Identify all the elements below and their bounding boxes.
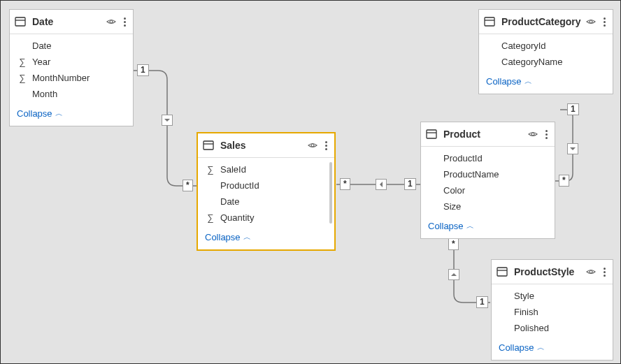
visibility-icon[interactable]	[307, 140, 318, 151]
svg-point-2	[110, 20, 113, 23]
filter-direction-icon	[567, 143, 578, 154]
cardinality-label: 1	[137, 64, 149, 76]
collapse-button[interactable]: Collapse ︿	[479, 72, 613, 94]
more-options-icon[interactable]	[543, 130, 550, 139]
sigma-icon: ∑	[205, 212, 216, 223]
table-icon	[14, 15, 27, 28]
field-name: SaleId	[220, 164, 327, 175]
svg-point-5	[311, 144, 314, 147]
field-row[interactable]: ProductName	[424, 168, 552, 180]
table-card-product[interactable]: Product ProductId ProductName Color Size…	[420, 122, 555, 239]
chevron-up-icon: ︿	[466, 221, 474, 231]
table-card-productcategory[interactable]: ProductCategory CategoryId CategoryName …	[478, 9, 613, 94]
field-name: Style	[514, 291, 606, 301]
field-row[interactable]: Polished	[494, 322, 610, 334]
collapse-button[interactable]: Collapse ︿	[198, 228, 334, 249]
table-icon	[483, 15, 496, 28]
field-name: Size	[443, 201, 548, 212]
field-row[interactable]: Style	[494, 290, 610, 302]
table-icon	[202, 139, 215, 152]
svg-point-11	[590, 20, 592, 23]
field-name: Color	[443, 185, 548, 196]
visibility-icon[interactable]	[585, 16, 597, 27]
table-title: ProductCategory	[500, 16, 581, 27]
svg-rect-6	[427, 130, 436, 138]
sigma-icon: ∑	[17, 73, 28, 83]
field-row[interactable]: CategoryId	[482, 40, 610, 52]
field-list: Style Finish Polished	[492, 284, 613, 338]
field-name: CategoryName	[501, 57, 606, 67]
scrollbar[interactable]	[329, 162, 332, 224]
table-title: Sales	[219, 140, 303, 151]
svg-rect-12	[497, 268, 507, 276]
table-card-sales[interactable]: Sales ∑SaleId ProductId Date ∑Quantity C…	[197, 132, 336, 251]
field-row[interactable]: Month	[13, 88, 130, 100]
more-options-icon[interactable]	[601, 268, 608, 277]
field-row[interactable]: ProductId	[201, 180, 331, 191]
model-diagram-canvas[interactable]: 1 * * 1 * 1 * 1 Date Date ∑Year ∑MonthN	[0, 0, 621, 364]
field-row[interactable]: ProductId	[424, 152, 552, 164]
field-row[interactable]: Finish	[494, 306, 610, 318]
field-row[interactable]: ∑Quantity	[201, 212, 331, 224]
field-name: Date	[32, 41, 126, 51]
visibility-icon[interactable]	[585, 266, 597, 277]
field-row[interactable]: ∑SaleId	[201, 163, 331, 175]
field-row[interactable]: Date	[13, 40, 130, 52]
more-options-icon[interactable]	[121, 17, 129, 27]
more-options-icon[interactable]	[322, 141, 330, 150]
field-row[interactable]: ∑MonthNumber	[13, 72, 130, 84]
field-name: ProductId	[220, 180, 327, 191]
filter-direction-icon	[376, 179, 387, 190]
field-list: Date ∑Year ∑MonthNumber Month	[10, 34, 133, 104]
collapse-button[interactable]: Collapse ︿	[10, 104, 133, 126]
cardinality-label: 1	[404, 178, 416, 190]
sigma-icon: ∑	[17, 57, 28, 67]
table-header[interactable]: ProductStyle	[492, 260, 613, 284]
chevron-up-icon: ︿	[524, 76, 532, 87]
cardinality-label: *	[559, 175, 569, 187]
filter-direction-icon	[162, 115, 173, 126]
visibility-icon[interactable]	[106, 16, 117, 27]
field-name: Year	[32, 57, 126, 67]
field-row[interactable]: CategoryName	[482, 56, 610, 68]
table-card-date[interactable]: Date Date ∑Year ∑MonthNumber Month Colla…	[9, 9, 134, 126]
field-row[interactable]: Date	[201, 196, 331, 208]
collapse-label: Collapse	[17, 108, 52, 119]
field-name: Polished	[514, 323, 606, 333]
collapse-label: Collapse	[428, 221, 464, 231]
table-icon	[496, 265, 508, 278]
field-name: Finish	[514, 307, 606, 317]
table-header[interactable]: Sales	[198, 133, 334, 158]
cardinality-label: *	[448, 238, 459, 250]
chevron-up-icon: ︿	[243, 232, 251, 242]
svg-rect-3	[204, 141, 213, 150]
table-header[interactable]: Product	[421, 122, 555, 147]
sigma-icon: ∑	[205, 164, 216, 175]
more-options-icon[interactable]	[601, 17, 608, 27]
visibility-icon[interactable]	[527, 129, 538, 140]
collapse-button[interactable]: Collapse ︿	[492, 338, 613, 360]
table-header[interactable]: ProductCategory	[479, 10, 613, 34]
field-name: Date	[220, 196, 327, 207]
cardinality-label: 1	[476, 296, 488, 308]
field-row[interactable]: Size	[424, 201, 552, 212]
svg-point-14	[590, 270, 592, 273]
field-name: ProductName	[443, 169, 548, 180]
field-row[interactable]: Color	[424, 184, 552, 196]
collapse-label: Collapse	[205, 232, 241, 242]
field-list: CategoryId CategoryName	[479, 34, 613, 72]
field-name: ProductId	[443, 153, 548, 163]
collapse-label: Collapse	[486, 76, 522, 87]
table-title: ProductStyle	[513, 266, 581, 277]
chevron-up-icon: ︿	[55, 108, 63, 119]
field-name: Quantity	[220, 212, 327, 223]
field-list: ProductId ProductName Color Size	[421, 147, 555, 217]
cardinality-label: *	[340, 178, 350, 190]
field-name: CategoryId	[501, 41, 606, 51]
field-row[interactable]: ∑Year	[13, 56, 130, 68]
collapse-label: Collapse	[499, 342, 534, 353]
collapse-button[interactable]: Collapse ︿	[421, 217, 555, 238]
table-header[interactable]: Date	[10, 10, 133, 34]
table-card-productstyle[interactable]: ProductStyle Style Finish Polished Colla…	[491, 259, 613, 361]
chevron-up-icon: ︿	[537, 342, 545, 353]
